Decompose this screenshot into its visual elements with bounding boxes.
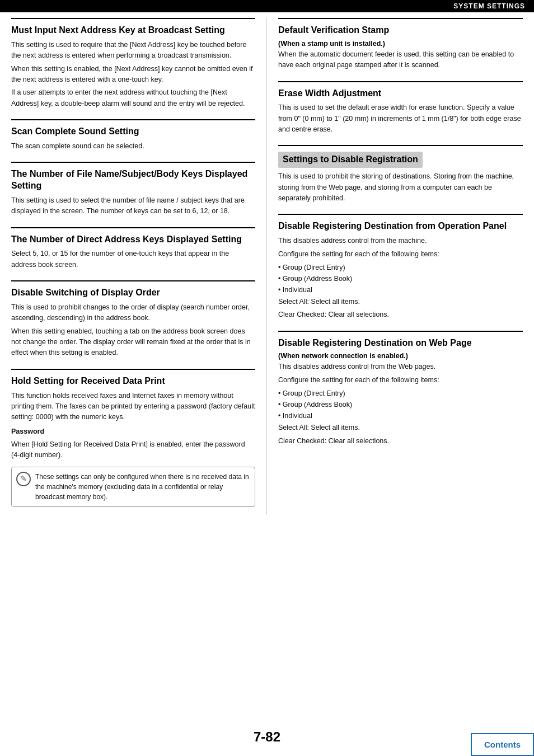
section-erase-width: Erase Width Adjustment This is used to s…: [278, 81, 523, 145]
section-disable-registering-op: Disable Registering Destination from Ope…: [278, 214, 523, 330]
section-title-must-input: Must Input Next Address Key at Broadcast…: [11, 25, 255, 36]
section-body-settings-disable: This is used to prohibit the storing of …: [278, 171, 523, 204]
section-default-verification: Default Verification Stamp (When a stamp…: [278, 18, 523, 81]
section-scan-complete: Scan Complete Sound Setting The scan com…: [11, 119, 255, 162]
right-column: Default Verification Stamp (When a stamp…: [267, 18, 523, 515]
section-hold-setting: Hold Setting for Received Data Print Thi…: [11, 369, 255, 515]
note-box: ✎ These settings can only be configured …: [11, 467, 255, 507]
page-number: 7-82: [254, 729, 280, 744]
section-title-erase-width: Erase Width Adjustment: [278, 88, 523, 100]
section-title-scan-complete: Scan Complete Sound Setting: [11, 126, 255, 138]
bullet-item: Group (Address Book): [278, 399, 523, 410]
password-label: Password: [11, 428, 44, 435]
bullet-item: Individual: [278, 410, 523, 421]
section-title-disable-registering-web: Disable Registering Destination on Web P…: [278, 337, 523, 349]
bullet-item: Group (Direct Entry): [278, 262, 523, 273]
section-body-hold-setting: This function holds received faxes and I…: [11, 391, 255, 507]
section-body-disable-registering-op: This disables address control from the m…: [278, 236, 523, 321]
section-disable-switching: Disable Switching of Display Order This …: [11, 280, 255, 369]
section-body-direct-address-keys: Select 5, 10, or 15 for the number of on…: [11, 248, 255, 270]
note-text: These settings can only be configured wh…: [35, 473, 249, 501]
main-content: Must Input Next Address Key at Broadcast…: [0, 12, 534, 520]
bullets-disable-registering-op: Group (Direct Entry) Group (Address Book…: [278, 262, 523, 295]
section-subtitle-default-verification: (When a stamp unit is installed.): [278, 40, 523, 48]
section-title-hold-setting: Hold Setting for Received Data Print: [11, 375, 255, 387]
section-body-erase-width: This is used to set the default erase wi…: [278, 102, 523, 135]
section-disable-registering-web: Disable Registering Destination on Web P…: [278, 331, 523, 457]
footer-area: 7-82 Contents: [0, 722, 534, 756]
section-title-disable-registering-op: Disable Registering Destination from Ope…: [278, 220, 523, 232]
note-icon: ✎: [16, 472, 31, 486]
left-column: Must Input Next Address Key at Broadcast…: [11, 18, 267, 515]
section-settings-disable: Settings to Disable Registration This is…: [278, 145, 523, 214]
section-file-name-keys: The Number of File Name/Subject/Body Key…: [11, 162, 255, 227]
section-title-disable-switching: Disable Switching of Display Order: [11, 287, 255, 299]
bullets-disable-registering-web: Group (Direct Entry) Group (Address Book…: [278, 388, 523, 421]
section-must-input: Must Input Next Address Key at Broadcast…: [11, 18, 255, 119]
section-title-direct-address-keys: The Number of Direct Address Keys Displa…: [11, 234, 255, 246]
section-body-scan-complete: The scan complete sound can be selected.: [11, 141, 255, 152]
section-title-default-verification: Default Verification Stamp: [278, 25, 523, 36]
section-body-disable-registering-web: This disables address control from the W…: [278, 361, 523, 447]
section-body-disable-switching: This is used to prohibit changes to the …: [11, 302, 255, 359]
section-title-file-name-keys: The Number of File Name/Subject/Body Key…: [11, 168, 255, 192]
header-title: SYSTEM SETTINGS: [453, 2, 525, 10]
bullet-item: Group (Address Book): [278, 273, 523, 284]
section-body-must-input: This setting is used to require that the…: [11, 40, 255, 109]
section-direct-address-keys: The Number of Direct Address Keys Displa…: [11, 227, 255, 281]
section-body-file-name-keys: This setting is used to select the numbe…: [11, 195, 255, 217]
contents-button[interactable]: Contents: [471, 733, 534, 756]
bullet-item: Group (Direct Entry): [278, 388, 523, 399]
bullet-item: Individual: [278, 284, 523, 295]
section-title-settings-disable: Settings to Disable Registration: [278, 152, 423, 168]
section-body-default-verification: When the automatic document feeder is us…: [278, 49, 523, 71]
header-bar: SYSTEM SETTINGS: [0, 0, 534, 12]
section-subtitle-disable-registering-web: (When network connection is enabled.): [278, 352, 523, 360]
page: SYSTEM SETTINGS Must Input Next Address …: [0, 0, 534, 756]
